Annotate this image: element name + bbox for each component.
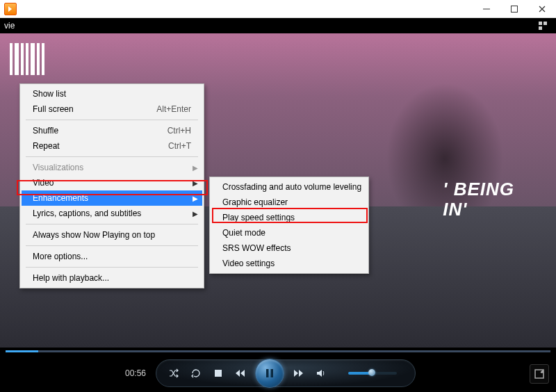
submenu-video-settings[interactable]: Video settings [211, 256, 367, 271]
menu-separator [26, 156, 198, 157]
submenu-play-speed[interactable]: Play speed settings [211, 210, 367, 225]
menu-full-screen[interactable]: Full screen Alt+Enter [22, 101, 202, 117]
app-icon [4, 3, 17, 15]
menu-separator [26, 245, 198, 246]
menu-video[interactable]: Video ▶ [22, 175, 202, 190]
enhancements-submenu[interactable]: Crossfading and auto volume leveling Gra… [209, 177, 369, 274]
volume-thumb[interactable] [368, 369, 375, 376]
context-menu[interactable]: Show list Full screen Alt+Enter Shuffle … [19, 83, 204, 288]
minimize-button[interactable] [473, 0, 500, 18]
menu-separator [26, 267, 198, 268]
elapsed-time: 00:56 [125, 368, 146, 378]
transport-controls [156, 359, 416, 387]
menu-visualizations: Visualizations ▶ [22, 160, 202, 175]
play-pause-button[interactable] [255, 359, 284, 388]
caption-line-1: ' BEING [443, 179, 514, 199]
svg-rect-3 [266, 369, 269, 377]
menu-help-playback[interactable]: Help with playback... [22, 270, 202, 286]
switch-view-button[interactable] [530, 364, 549, 384]
next-button[interactable] [293, 367, 305, 379]
caption-line-2: IN' [443, 199, 514, 220]
chevron-right-icon: ▶ [193, 179, 198, 187]
chevron-right-icon: ▶ [193, 164, 198, 172]
menu-more-options[interactable]: More options... [22, 249, 202, 264]
svg-rect-0 [483, 8, 490, 9]
volume-slider[interactable] [341, 372, 397, 375]
subbar-title: vie [4, 21, 15, 31]
submenu-crossfading[interactable]: Crossfading and auto volume leveling [211, 179, 367, 195]
player-subbar: vie [0, 18, 556, 33]
menu-always-on-top[interactable]: Always show Now Playing on top [22, 227, 202, 243]
previous-button[interactable] [234, 367, 247, 379]
svg-rect-2 [215, 370, 222, 377]
menu-enhancements[interactable]: Enhancements ▶ [22, 190, 202, 206]
video-caption: ' BEING IN' [443, 179, 514, 219]
menu-shuffle[interactable]: Shuffle Ctrl+H [22, 123, 202, 138]
menu-lyrics[interactable]: Lyrics, captions, and subtitles ▶ [22, 206, 202, 221]
menu-show-list[interactable]: Show list [22, 86, 202, 101]
window-titlebar [0, 0, 556, 18]
stop-button[interactable] [212, 367, 224, 379]
submenu-srs-wow[interactable]: SRS WOW effects [211, 240, 367, 256]
seek-bar[interactable] [0, 348, 556, 354]
shuffle-button[interactable] [167, 367, 180, 379]
repeat-button[interactable] [190, 367, 202, 379]
menu-repeat[interactable]: Repeat Ctrl+T [22, 138, 202, 154]
seek-fill [6, 350, 38, 352]
close-button[interactable] [528, 0, 556, 18]
submenu-equalizer[interactable]: Graphic equalizer [211, 195, 367, 210]
submenu-quiet-mode[interactable]: Quiet mode [211, 225, 367, 240]
svg-rect-1 [512, 6, 518, 12]
chevron-right-icon: ▶ [193, 210, 198, 218]
menu-separator [26, 224, 198, 224]
mute-button[interactable] [315, 367, 327, 379]
view-mode-icon[interactable] [538, 21, 548, 31]
svg-rect-4 [271, 369, 274, 377]
chevron-right-icon: ▶ [193, 195, 198, 202]
barcode-decor [10, 43, 44, 75]
player-controls: 00:56 [0, 354, 556, 392]
maximize-button[interactable] [500, 0, 528, 18]
menu-separator [26, 120, 198, 120]
